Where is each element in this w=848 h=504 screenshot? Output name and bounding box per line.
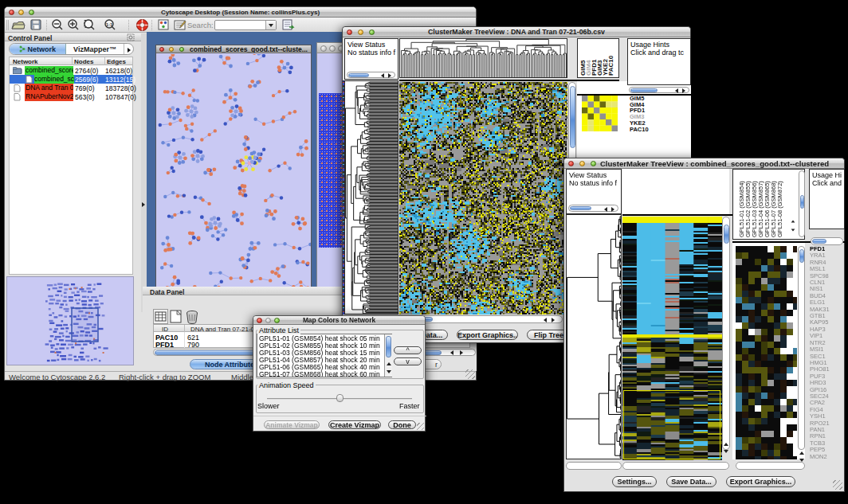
svg-text:GPL51-08 (GSM872): GPL51-08 (GSM872): [776, 181, 783, 237]
svg-text:PAC10: PAC10: [607, 55, 614, 76]
svg-text:1:1: 1:1: [106, 22, 113, 27]
